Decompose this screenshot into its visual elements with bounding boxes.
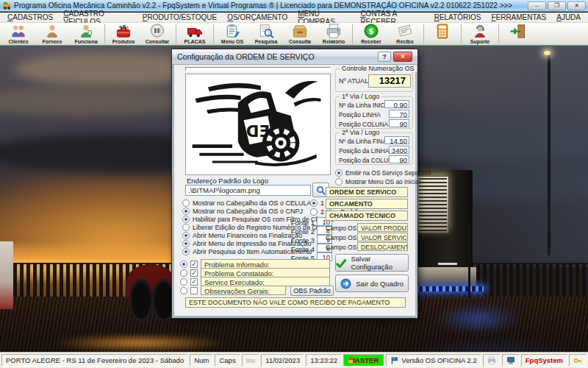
- radio-icon[interactable]: [180, 269, 187, 277]
- toolbar-separator: [176, 24, 176, 43]
- dialog-titlebar: Configuração da ORDEM DE SERVIÇO ? ✕: [172, 49, 417, 65]
- linha-inicial-input[interactable]: 0,90: [384, 100, 409, 108]
- doc-type-orcamento-field[interactable]: ORCAMENTO: [326, 199, 408, 209]
- option-emitir-separado[interactable]: Emitir na OS Serviço Separado: [335, 169, 417, 177]
- svg-text:$: $: [368, 26, 373, 35]
- status-bar: PORTO ALEGRE - RS 11 de Fevereiro de 202…: [0, 352, 588, 368]
- truck-grille: [417, 176, 449, 233]
- minimize-button[interactable]: –: [528, 1, 546, 10]
- document-search-icon: [257, 24, 275, 39]
- menu-bar: CADASTROS CADASTRO VEICULOS PRODUTO/ESTO…: [0, 13, 588, 23]
- menu-os-orcamento[interactable]: OS/ORÇAMENTO: [223, 13, 292, 21]
- app-icon: [2, 1, 11, 10]
- drawer-icon: [291, 24, 309, 39]
- checkbox-icon[interactable]: [190, 261, 198, 268]
- radio-icon[interactable]: [182, 216, 190, 223]
- toolbar-menu-os-button[interactable]: Menu OS: [215, 23, 249, 45]
- toolbar-placas-button[interactable]: PLACAS: [178, 23, 212, 45]
- observacoes-gerais-field[interactable]: Observações Gerais:: [201, 286, 286, 295]
- dialog-help-button[interactable]: ?: [378, 52, 391, 62]
- supplier-icon: [43, 24, 61, 39]
- option-mostrar-menu-os[interactable]: Mostrar Menu OS ao Iniciar: [335, 177, 417, 185]
- posicao-coluna1-input[interactable]: 90: [389, 119, 409, 127]
- linha-final-input[interactable]: 14,50: [384, 136, 409, 144]
- maximize-button[interactable]: ❐: [548, 1, 566, 10]
- campo-os3-field[interactable]: DESLOCAMENTO: [357, 242, 408, 251]
- printer-icon: [487, 356, 496, 365]
- radio-icon[interactable]: [335, 178, 343, 185]
- radio-icon[interactable]: [180, 287, 187, 294]
- menu-ajuda[interactable]: AJUDA: [552, 13, 585, 21]
- doc-type-chamado-field[interactable]: CHAMADO TECNICO: [326, 210, 408, 221]
- posicao-linha2-input[interactable]: 3400: [389, 146, 409, 154]
- radio-icon[interactable]: [335, 169, 343, 177]
- toolbar-funcionario-button[interactable]: Funciona: [69, 23, 103, 45]
- toolbar-clientes-button[interactable]: Clientes: [1, 23, 35, 45]
- toolbar-separator: [352, 24, 353, 43]
- toolbar-separator: [423, 24, 424, 43]
- obs-padrao-button[interactable]: OBS Padrão: [290, 286, 334, 296]
- checkbox-icon[interactable]: [190, 269, 198, 277]
- status-network[interactable]: [502, 354, 520, 367]
- via1-group: 1ª Via / Logo Nº da Linha INICIAL 0,90 P…: [335, 96, 413, 129]
- menu-ferramentas[interactable]: FERRAMENTAS: [487, 13, 551, 21]
- posicao-linha1-input[interactable]: 70: [389, 110, 409, 118]
- radio-icon[interactable]: [310, 199, 318, 207]
- toolbar-recibo-button[interactable]: Recibo: [388, 23, 422, 45]
- toolbar-relatorio-button[interactable]: Relatório: [317, 23, 351, 45]
- truck-icon: [186, 24, 204, 39]
- doc-type-os-field[interactable]: ORDEM DE SERVICO: [326, 187, 408, 197]
- sair-do-quadro-button[interactable]: Sair do Quadro: [335, 275, 409, 292]
- logo-preview: ED: [185, 74, 331, 175]
- blue-led-strip: [416, 286, 484, 291]
- close-button[interactable]: ✕: [567, 1, 586, 10]
- option-header-cnpj[interactable]: Mostrar no Cabeçalho da OS o CNPJ: [182, 207, 309, 215]
- exit-door-icon: [509, 24, 526, 39]
- window-title: Programa Oficina Mecânica Caminhão v2.2 …: [14, 1, 525, 10]
- campo-os2-field[interactable]: VALOR SERVICOS: [357, 233, 408, 241]
- toolbar-calculadora-button[interactable]: [426, 23, 459, 45]
- radio-icon[interactable]: [180, 278, 187, 286]
- flag-icon: [390, 355, 399, 365]
- radio-icon[interactable]: [182, 248, 190, 255]
- radio-icon[interactable]: [182, 208, 190, 215]
- radio-icon[interactable]: [182, 224, 190, 231]
- radio-icon[interactable]: [182, 240, 190, 247]
- menu-relatorios[interactable]: RELATÓRIOS: [430, 13, 486, 21]
- campo-os1-field[interactable]: VALOR PRODUTOS: [357, 223, 408, 232]
- light-pole: [548, 51, 551, 255]
- toolbar-sair-button[interactable]: [501, 23, 534, 45]
- toolbar-suporte-button[interactable]: Suporte: [463, 23, 497, 45]
- fonte2-label: Fonte 2: [282, 227, 315, 236]
- radio-icon[interactable]: [182, 199, 190, 207]
- row-problema-informado: Problema Informado:: [180, 260, 334, 268]
- calculator-icon: [434, 24, 451, 39]
- toolbar-receber-button[interactable]: $ Receber: [354, 23, 388, 45]
- magnifier-icon: [316, 185, 326, 195]
- logo-path-input[interactable]: .\BITMAP\logocam.png: [185, 185, 311, 196]
- dialog-title: Configuração da ORDEM DE SERVIÇO: [177, 52, 376, 61]
- toolbar-pesquisa-button[interactable]: Pesquisa: [249, 23, 283, 45]
- toolbar-produtos-button[interactable]: Produtos: [107, 23, 140, 45]
- radio-icon[interactable]: [180, 261, 187, 268]
- app-window: Programa Oficina Mecânica Caminhão v2.2 …: [0, 0, 588, 368]
- menu-produto-estoque[interactable]: PRODUTO/ESTOQUE: [138, 13, 221, 21]
- numero-atual-value[interactable]: 13217: [368, 74, 411, 88]
- left-truck-silhouette: [0, 241, 13, 309]
- checkbox-icon[interactable]: [190, 287, 198, 294]
- menu-cadastros[interactable]: CADASTROS: [3, 13, 57, 21]
- lock-icon: [346, 355, 355, 365]
- salvar-configuracao-button[interactable]: Salvar Configuração: [335, 254, 409, 272]
- radio-icon[interactable]: [310, 208, 318, 216]
- toolbar-fornecedor-button[interactable]: Fornece: [35, 23, 69, 45]
- posicao-coluna2-input[interactable]: 90: [389, 155, 409, 163]
- option-header-celular[interactable]: Mostrar no Cabeçalho da OS o CELULAR: [182, 199, 309, 207]
- radio-icon[interactable]: [182, 232, 190, 239]
- toolbar-consultar-button[interactable]: Consultar: [140, 23, 174, 45]
- toolbar-consulta-button[interactable]: Consulta: [283, 23, 317, 45]
- dollar-coin-icon: $: [362, 24, 380, 39]
- dialog-close-button[interactable]: ✕: [393, 52, 412, 62]
- status-print[interactable]: [483, 354, 501, 367]
- barcode-search-icon: [148, 24, 166, 39]
- checkbox-icon[interactable]: [190, 278, 198, 286]
